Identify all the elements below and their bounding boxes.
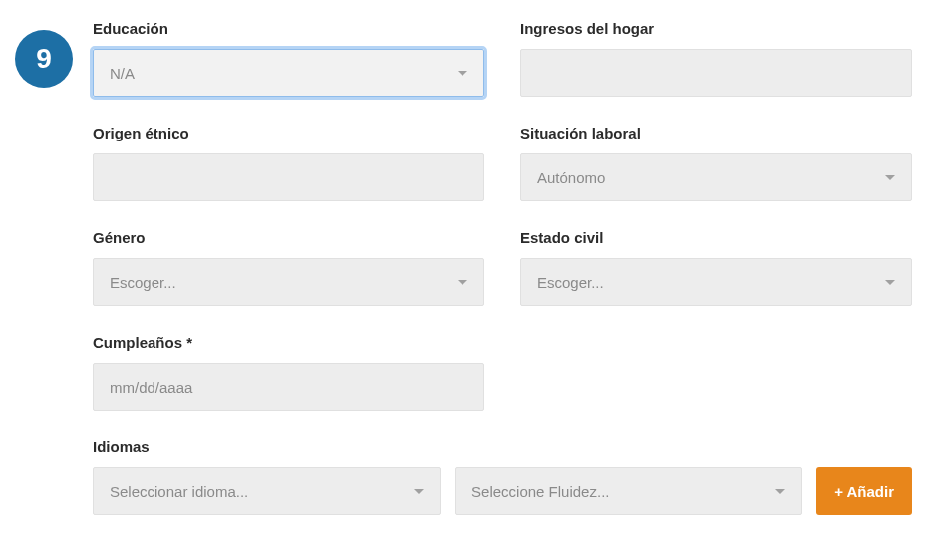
employment-select[interactable]: Autónomo <box>520 153 912 201</box>
field-birthday: Cumpleaños * mm/dd/aaaa <box>93 334 484 411</box>
ethnic-label: Origen étnico <box>93 125 484 141</box>
education-select[interactable]: N/A <box>93 49 484 97</box>
add-button-label: + Añadir <box>834 483 894 500</box>
marital-value: Escoger... <box>537 274 875 291</box>
field-employment: Situación laboral Autónomo <box>520 125 912 201</box>
birthday-input[interactable]: mm/dd/aaaa <box>93 363 484 411</box>
field-marital: Estado civil Escoger... <box>520 229 912 306</box>
birthday-placeholder: mm/dd/aaaa <box>110 379 467 396</box>
field-ethnic: Origen étnico <box>93 125 484 201</box>
gender-label: Género <box>93 229 484 246</box>
add-language-button[interactable]: + Añadir <box>816 467 912 515</box>
income-select[interactable] <box>520 49 912 97</box>
chevron-down-icon <box>414 489 424 494</box>
languages-label: Idiomas <box>93 438 912 455</box>
chevron-down-icon <box>458 280 467 285</box>
income-label: Ingresos del hogar <box>520 20 912 37</box>
gender-value: Escoger... <box>110 274 448 291</box>
step-number: 9 <box>36 43 52 75</box>
chevron-down-icon <box>775 489 785 494</box>
birthday-label: Cumpleaños * <box>93 334 484 351</box>
education-label: Educación <box>93 20 484 37</box>
step-badge: 9 <box>15 30 73 88</box>
field-gender: Género Escoger... <box>93 229 484 306</box>
marital-label: Estado civil <box>520 229 912 246</box>
fluency-select[interactable]: Seleccione Fluidez... <box>455 467 802 515</box>
field-education: Educación N/A <box>93 20 484 97</box>
chevron-down-icon <box>885 175 895 180</box>
marital-select[interactable]: Escoger... <box>520 258 912 306</box>
fluency-value: Seleccione Fluidez... <box>471 483 766 500</box>
language-value: Seleccionar idioma... <box>110 483 404 500</box>
chevron-down-icon <box>458 71 467 76</box>
gender-select[interactable]: Escoger... <box>93 258 484 306</box>
chevron-down-icon <box>885 280 895 285</box>
employment-label: Situación laboral <box>520 125 912 141</box>
language-select[interactable]: Seleccionar idioma... <box>93 467 441 515</box>
ethnic-select[interactable] <box>93 153 484 201</box>
education-value: N/A <box>110 65 448 82</box>
employment-value: Autónomo <box>537 169 875 186</box>
field-income: Ingresos del hogar <box>520 20 912 97</box>
field-languages: Idiomas Seleccionar idioma... Seleccione… <box>93 438 912 515</box>
